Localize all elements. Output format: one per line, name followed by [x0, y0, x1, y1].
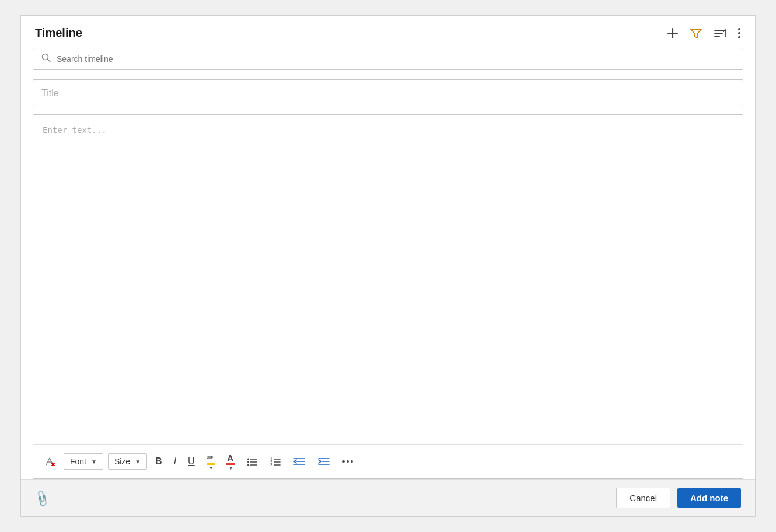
title-input-wrap	[33, 79, 743, 107]
attachment-icon[interactable]: 📎	[33, 488, 53, 508]
bulleted-list-button[interactable]	[243, 453, 261, 470]
bold-button[interactable]: B	[152, 454, 166, 469]
font-color-button[interactable]: A ▼	[223, 451, 238, 473]
size-dropdown[interactable]: Size ▼	[108, 453, 147, 470]
search-icon	[41, 53, 51, 65]
formatting-toolbar: Font ▼ Size ▼ B I U ✏ ▼ A	[33, 444, 743, 478]
font-dropdown-chevron: ▼	[91, 459, 97, 465]
svg-point-7	[738, 32, 740, 34]
more-options-icon[interactable]	[737, 27, 741, 40]
header-icons	[666, 27, 741, 40]
page-title: Timeline	[35, 26, 82, 40]
action-bar-right: Cancel Add note	[616, 488, 741, 508]
font-color-dropdown-chevron: ▼	[229, 466, 233, 471]
svg-point-6	[738, 28, 740, 30]
search-input[interactable]	[57, 54, 735, 64]
add-note-button[interactable]: Add note	[677, 488, 741, 508]
svg-point-32	[342, 460, 345, 463]
svg-point-34	[351, 460, 353, 463]
font-color-A-icon: A	[227, 453, 233, 463]
svg-point-18	[247, 464, 249, 466]
header: Timeline	[21, 16, 755, 48]
size-dropdown-chevron: ▼	[135, 459, 141, 465]
action-bar: 📎 Cancel Add note	[21, 479, 755, 516]
italic-button[interactable]: I	[170, 454, 180, 469]
add-icon[interactable]	[666, 27, 679, 40]
filter-icon[interactable]	[690, 27, 702, 40]
title-input[interactable]	[33, 80, 743, 107]
text-area-wrap: Font ▼ Size ▼ B I U ✏ ▼ A	[33, 114, 743, 479]
highlight-pencil-icon: ✏	[207, 452, 214, 463]
cancel-button[interactable]: Cancel	[616, 488, 670, 508]
clear-formatting-button[interactable]	[40, 453, 59, 470]
sort-icon[interactable]	[713, 27, 727, 40]
svg-point-16	[247, 461, 249, 463]
numbered-list-button[interactable]: 1. 2. 3.	[266, 453, 285, 470]
svg-point-14	[247, 459, 249, 460]
text-area[interactable]	[33, 115, 743, 444]
svg-line-10	[48, 60, 51, 62]
increase-indent-button[interactable]	[314, 453, 334, 470]
decrease-indent-button[interactable]	[289, 453, 309, 470]
action-bar-left: 📎	[35, 491, 50, 505]
svg-text:3.: 3.	[270, 463, 274, 467]
timeline-panel: Timeline	[20, 15, 756, 517]
highlight-dropdown-chevron: ▼	[209, 466, 214, 471]
highlight-color-bar	[207, 463, 215, 465]
svg-point-33	[347, 460, 349, 463]
toolbar-more-button[interactable]	[338, 457, 357, 466]
svg-marker-2	[691, 29, 701, 38]
font-color-bar	[226, 463, 235, 465]
search-bar	[33, 48, 743, 70]
highlight-button[interactable]: ✏ ▼	[203, 450, 218, 473]
underline-button[interactable]: U	[184, 454, 198, 469]
font-dropdown[interactable]: Font ▼	[64, 453, 103, 470]
svg-point-8	[738, 36, 740, 38]
